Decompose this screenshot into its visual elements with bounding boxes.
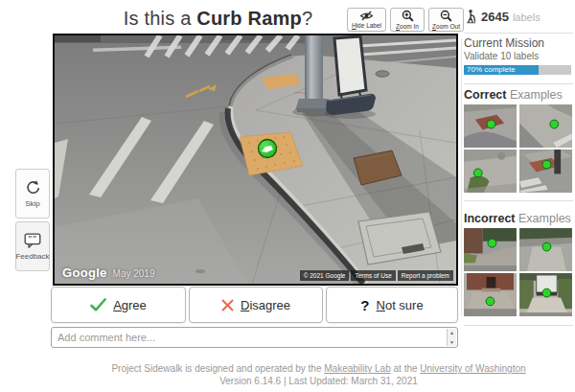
feedback-label: Feedback [15, 252, 49, 261]
disagree-button[interactable]: Disagree [189, 287, 323, 323]
zoom-in-text: Zoom In [396, 23, 419, 30]
title-label-type: Curb Ramp [196, 8, 302, 29]
label-marker-icon [488, 239, 496, 247]
google-attribution: Google May 2019 [62, 265, 155, 280]
mission-subtitle: Validate 10 labels [464, 51, 573, 62]
divider [464, 200, 573, 201]
scroll-down-icon[interactable]: ▼ [449, 339, 454, 345]
sidebar: Current Mission Validate 10 labels 70% c… [464, 33, 573, 326]
imagery-date: May 2019 [113, 268, 155, 279]
google-logo: Google [62, 265, 107, 280]
disagree-label: Disagree [241, 298, 290, 312]
scroll-up-icon[interactable]: ▲ [449, 330, 454, 335]
comment-box: ▲ ▼ [51, 327, 458, 348]
correct-examples-heading: Correct Examples [464, 89, 573, 102]
zoom-out-text: Zoom Out [432, 23, 460, 30]
skip-refresh-icon [25, 179, 41, 196]
x-icon [221, 299, 234, 311]
map-legal-badges: © 2021 Google Terms of Use Report a prob… [300, 270, 453, 281]
agree-button[interactable]: Agree [51, 287, 186, 323]
label-marker-icon [487, 120, 495, 128]
label-marker-icon [542, 288, 551, 297]
title-suffix: ? [302, 8, 312, 29]
agree-label: Agree [113, 298, 147, 312]
incorrect-examples-heading: Incorrect Examples [464, 213, 573, 225]
copyright-badge: © 2021 Google [300, 270, 350, 281]
label-count: 2645 labels [466, 9, 540, 24]
incorrect-example-thumbnail [519, 273, 572, 316]
correct-example-thumbnail [519, 104, 572, 148]
progress-text: 70% complete [467, 65, 516, 75]
label-count-unit: labels [513, 11, 540, 24]
incorrect-examples-grid [464, 228, 573, 316]
footer-version-line: Version 6.14.6 | Last Updated: March 31,… [62, 375, 575, 387]
eye-slash-icon [359, 11, 374, 21]
street-scene [55, 35, 456, 284]
skip-label: Skip [25, 199, 40, 208]
not-sure-button[interactable]: ? Not sure [326, 287, 458, 323]
skip-button[interactable]: Skip [15, 169, 50, 219]
incorrect-example-thumbnail [464, 273, 517, 316]
check-icon [90, 298, 106, 311]
accessibility-person-icon [466, 9, 477, 24]
mission-progress-bar: 70% complete [464, 65, 571, 75]
label-count-value: 2645 [481, 10, 509, 24]
hide-label-button[interactable]: Hide Label [347, 8, 386, 32]
question-mark-icon: ? [360, 297, 369, 313]
correct-example-thumbnail [464, 150, 517, 193]
label-marker-icon [486, 297, 494, 306]
correct-examples-grid [464, 104, 573, 193]
divider [464, 325, 573, 326]
svg-text:””: ”” [28, 234, 36, 243]
report-problem-link[interactable]: Report a problem [398, 270, 453, 281]
comment-input[interactable] [51, 327, 458, 348]
makeability-lab-link[interactable]: Makeability Lab [324, 363, 390, 374]
incorrect-example-thumbnail [519, 228, 572, 271]
feedback-bubble-icon: ”” [24, 233, 41, 248]
zoom-out-icon [440, 10, 452, 22]
label-marker-icon [473, 169, 482, 177]
zoom-in-button[interactable]: Zoom In [390, 8, 425, 32]
divider [464, 33, 573, 34]
incorrect-example-thumbnail [464, 228, 517, 271]
title-prefix: Is this a [124, 8, 196, 29]
sidebar-divider [461, 38, 462, 316]
zoom-out-button[interactable]: Zoom Out [428, 8, 464, 32]
footer-credit-line: Project Sidewalk is designed and operate… [62, 362, 575, 375]
validate-page: Is this a Curb Ramp? Hide Label Zoom In … [0, 0, 575, 392]
university-of-washington-link[interactable]: University of Washington [420, 363, 525, 374]
correct-example-thumbnail [464, 104, 517, 148]
label-marker-icon [542, 160, 551, 169]
mission-title: Current Mission [464, 37, 573, 50]
hide-label-text: Hide Label [352, 22, 381, 29]
not-sure-label: Not sure [377, 298, 424, 312]
zoom-in-icon [402, 10, 414, 22]
label-marker-icon [550, 120, 559, 128]
comment-scrollbar[interactable]: ▲ ▼ [447, 329, 456, 346]
label-marker-icon [542, 242, 551, 251]
footer: Project Sidewalk is designed and operate… [62, 362, 575, 387]
terms-of-use-link[interactable]: Terms of Use [351, 270, 395, 281]
feedback-button[interactable]: ”” Feedback [15, 221, 50, 271]
street-view-panorama[interactable]: Google May 2019 © 2021 Google Terms of U… [53, 34, 458, 286]
correct-example-thumbnail [519, 150, 572, 193]
divider [464, 83, 573, 84]
